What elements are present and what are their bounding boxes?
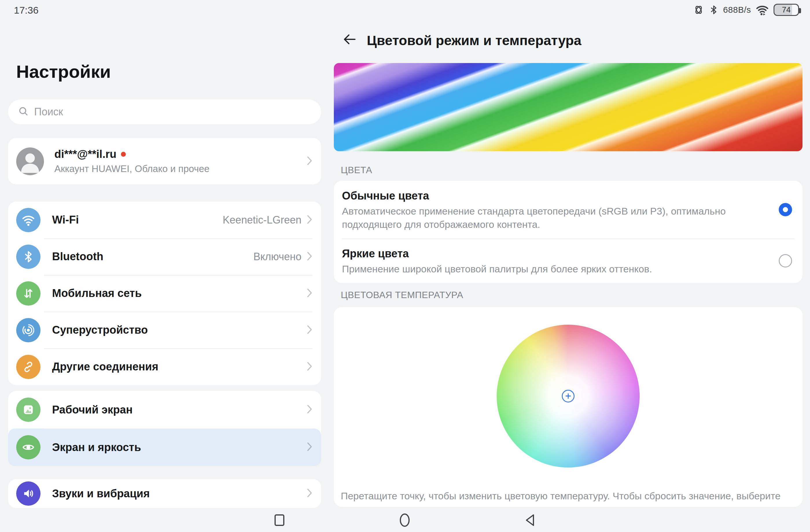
status-time: 17:36 bbox=[14, 5, 38, 16]
home-screen-icon bbox=[16, 398, 40, 422]
temperature-hint: Перетащите точку, чтобы изменить цветову… bbox=[341, 488, 796, 507]
color-mode-card: Обычные цвета Автоматическое применение … bbox=[334, 181, 803, 283]
chevron-right-icon bbox=[307, 361, 312, 372]
battery-indicator: 74 bbox=[774, 4, 799, 16]
sidebar-item-label: Wi-Fi bbox=[52, 214, 79, 226]
chevron-right-icon bbox=[307, 215, 312, 226]
navigation-bar bbox=[0, 510, 810, 532]
option-vivid-colors[interactable]: Яркие цвета Применение широкой цветовой … bbox=[334, 238, 803, 283]
sidebar-item-home-screen[interactable]: Рабочий экран bbox=[8, 391, 321, 429]
chevron-right-icon bbox=[307, 288, 312, 299]
chevron-right-icon bbox=[307, 156, 312, 167]
search-bar[interactable] bbox=[8, 99, 321, 124]
chevron-right-icon bbox=[307, 442, 312, 453]
sidebar-item-value: Keenetic-LGreen bbox=[217, 214, 302, 226]
radio-unselected[interactable] bbox=[779, 254, 792, 267]
option-normal-colors[interactable]: Обычные цвета Автоматическое применение … bbox=[334, 181, 803, 238]
colors-section-label: ЦВЕТА bbox=[341, 165, 372, 176]
home-button[interactable] bbox=[399, 513, 410, 528]
network-speed: 688B/s bbox=[723, 5, 751, 15]
connections-group: Wi-Fi Keenetic-LGreen Bluetooth Включено… bbox=[8, 201, 321, 385]
bluetooth-icon bbox=[16, 245, 40, 269]
chevron-right-icon bbox=[307, 488, 312, 499]
account-text: di***@**il.ru Аккаунт HUAWEI, Облако и п… bbox=[54, 148, 302, 174]
option-description: Применение широкой цветовой палитры для … bbox=[342, 262, 735, 276]
sidebar-item-mobile-network[interactable]: Мобильная сеть bbox=[8, 275, 321, 312]
temperature-marker-handle[interactable]: + bbox=[562, 390, 574, 402]
battery-nub bbox=[799, 8, 801, 13]
bluetooth-status-icon bbox=[709, 4, 718, 15]
option-title: Обычные цвета bbox=[342, 189, 759, 203]
super-device-icon bbox=[16, 318, 40, 342]
chevron-right-icon bbox=[307, 404, 312, 415]
account-row[interactable]: di***@**il.ru Аккаунт HUAWEI, Облако и п… bbox=[8, 138, 321, 184]
sidebar-item-label: Рабочий экран bbox=[52, 404, 132, 416]
option-description: Автоматическое применение стандарта цвет… bbox=[342, 204, 735, 231]
sidebar-item-label: Суперустройство bbox=[52, 324, 148, 336]
temperature-section-label: ЦВЕТОВАЯ ТЕМПЕРАТУРА bbox=[341, 290, 463, 300]
chevron-right-icon bbox=[307, 325, 312, 336]
sidebar-item-bluetooth[interactable]: Bluetooth Включено bbox=[8, 238, 321, 275]
sidebar-item-value: Включено bbox=[248, 251, 302, 263]
search-icon bbox=[18, 106, 29, 118]
search-input[interactable] bbox=[34, 106, 311, 118]
sidebar-item-other-connections[interactable]: Другие соединения bbox=[8, 348, 321, 385]
page-title: Настройки bbox=[16, 61, 111, 82]
back-button[interactable] bbox=[341, 32, 358, 48]
chevron-right-icon bbox=[307, 251, 312, 262]
wifi-icon bbox=[16, 208, 40, 232]
color-temperature-card: + Перетащите точку, чтобы изменить цвето… bbox=[334, 307, 803, 507]
recents-button[interactable] bbox=[274, 514, 285, 527]
sound-group: Звуки и вибрация bbox=[8, 479, 321, 508]
sidebar-item-label: Звуки и вибрация bbox=[52, 487, 150, 500]
sidebar-item-wifi[interactable]: Wi-Fi Keenetic-LGreen bbox=[8, 201, 321, 238]
arrow-left-icon bbox=[342, 32, 357, 48]
account-subtitle: Аккаунт HUAWEI, Облако и прочее bbox=[54, 163, 302, 174]
personalization-group: Рабочий экран Экран и яркость bbox=[8, 391, 321, 466]
link-icon bbox=[16, 355, 40, 379]
sidebar-item-super-device[interactable]: Суперустройство bbox=[8, 312, 321, 348]
wifi-status-icon bbox=[756, 4, 769, 16]
mobile-network-icon bbox=[16, 281, 40, 305]
sidebar-item-display-brightness[interactable]: Экран и яркость bbox=[8, 429, 321, 466]
back-nav-button[interactable] bbox=[525, 514, 535, 528]
avatar bbox=[16, 148, 44, 175]
panel-title: Цветовой режим и температура bbox=[367, 32, 581, 48]
battery-percent: 74 bbox=[782, 5, 791, 14]
sidebar-item-label: Экран и яркость bbox=[52, 441, 141, 454]
speaker-icon bbox=[16, 481, 40, 506]
sidebar-item-label: Другие соединения bbox=[52, 361, 158, 373]
color-mode-banner-image bbox=[334, 63, 803, 151]
sidebar-item-label: Bluetooth bbox=[52, 250, 103, 263]
account-email: di***@**il.ru bbox=[54, 148, 116, 161]
radio-selected[interactable] bbox=[779, 203, 792, 216]
sidebar-item-sound-vibration[interactable]: Звуки и вибрация bbox=[8, 479, 321, 508]
eye-icon bbox=[16, 435, 40, 460]
super-device-status-icon bbox=[693, 4, 704, 15]
notification-dot bbox=[121, 152, 126, 157]
color-temperature-wheel[interactable]: + bbox=[497, 325, 639, 467]
option-title: Яркие цвета bbox=[342, 247, 759, 261]
sidebar-item-label: Мобильная сеть bbox=[52, 287, 142, 300]
status-bar-right: 688B/s 74 bbox=[693, 3, 799, 16]
